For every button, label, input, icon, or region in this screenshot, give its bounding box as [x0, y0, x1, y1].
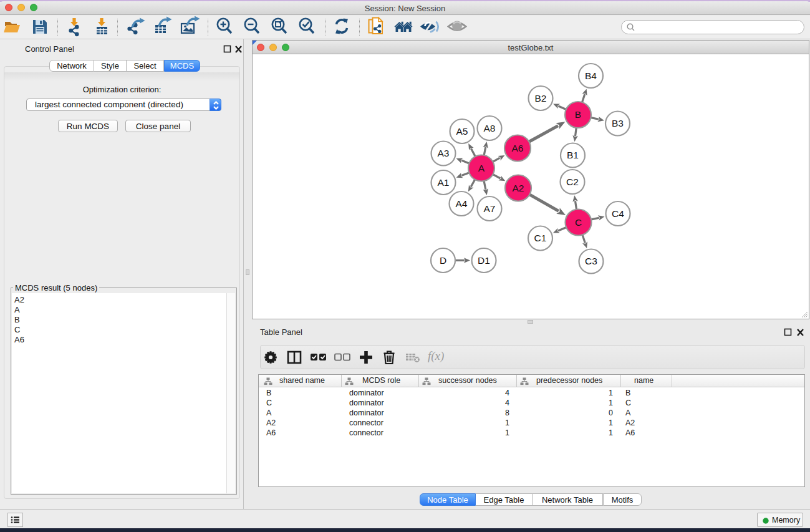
svg-text:C2: C2: [566, 177, 579, 187]
svg-text:A: A: [478, 163, 485, 173]
svg-text:D1: D1: [478, 255, 490, 266]
svg-text:A3: A3: [438, 148, 450, 158]
svg-text:C1: C1: [534, 233, 547, 243]
svg-text:B3: B3: [612, 118, 624, 128]
svg-text:C3: C3: [585, 256, 597, 266]
svg-text:B2: B2: [535, 93, 547, 104]
svg-text:A5: A5: [456, 126, 468, 137]
svg-text:D: D: [440, 255, 446, 266]
svg-text:B1: B1: [567, 150, 579, 160]
svg-text:A6: A6: [512, 143, 524, 153]
svg-text:B4: B4: [585, 70, 597, 81]
svg-text:A1: A1: [438, 177, 450, 188]
svg-text:A4: A4: [456, 198, 468, 209]
svg-text:A2: A2: [513, 183, 524, 193]
svg-text:A7: A7: [484, 203, 496, 214]
svg-text:C: C: [575, 217, 582, 228]
svg-text:C4: C4: [612, 208, 624, 219]
svg-text:A8: A8: [484, 123, 496, 133]
svg-text:B: B: [575, 109, 581, 120]
